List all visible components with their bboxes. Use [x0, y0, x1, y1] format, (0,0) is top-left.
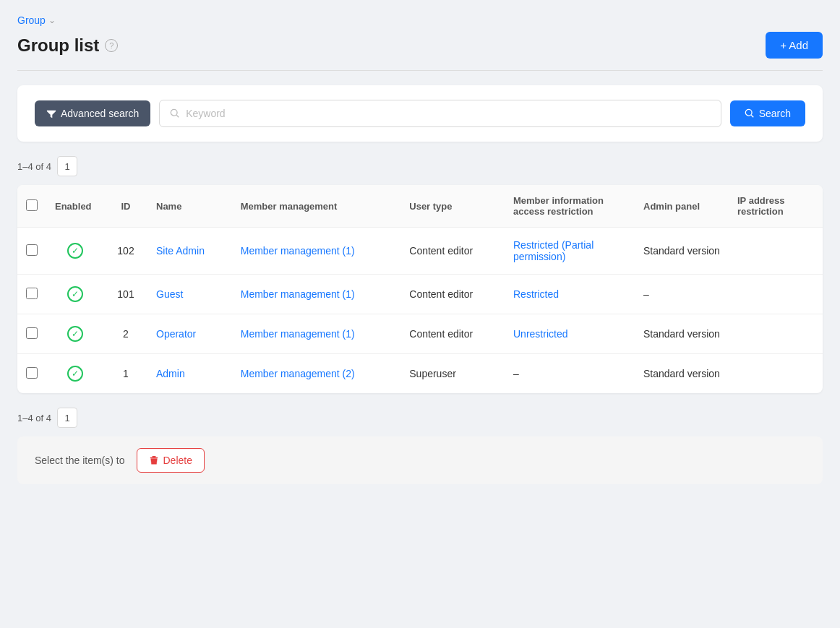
pagination-bottom: 1–4 of 4 1: [17, 408, 823, 428]
row-checkbox[interactable]: [26, 244, 38, 256]
admin-panel-cell: –: [635, 275, 729, 314]
access-restriction-link[interactable]: Unrestricted: [513, 328, 567, 340]
member-management-link[interactable]: Member management (1): [241, 245, 355, 257]
filter-icon: [46, 108, 56, 119]
ip-restriction-cell: [729, 228, 823, 275]
admin-panel-cell: Standard version: [635, 314, 729, 354]
bottom-action-panel: Select the item(s) to Delete: [17, 436, 823, 484]
header-divider: [17, 70, 823, 71]
id-cell: 1: [104, 354, 147, 394]
access-restriction-cell: –: [505, 354, 635, 394]
svg-rect-4: [152, 456, 155, 457]
enabled-cell: ✓: [46, 314, 104, 354]
name-link[interactable]: Site Admin: [156, 245, 205, 257]
member-management-link[interactable]: Member management (2): [241, 368, 355, 379]
ip-restriction-cell: [729, 354, 823, 394]
search-icon: [745, 108, 755, 119]
advanced-search-button[interactable]: Advanced search: [35, 100, 150, 126]
table-row: ✓1AdminMember management (2)Superuser–St…: [17, 354, 823, 394]
header-id: ID: [104, 185, 147, 228]
search-icon-small: [170, 108, 180, 119]
user-type-cell: Content editor: [400, 314, 505, 354]
header-member-management: Member management: [232, 185, 401, 228]
search-panel: Advanced search Search: [17, 85, 823, 142]
check-icon: ✓: [67, 286, 83, 302]
name-cell[interactable]: Guest: [147, 275, 232, 314]
header-enabled: Enabled: [46, 185, 104, 228]
header-ip-restriction: IP address restriction: [729, 185, 823, 228]
help-icon[interactable]: ?: [105, 39, 118, 52]
header-admin-panel: Admin panel: [635, 185, 729, 228]
header-name: Name: [147, 185, 232, 228]
member-management-cell[interactable]: Member management (1): [232, 275, 401, 314]
ip-restriction-cell: [729, 275, 823, 314]
header-checkbox-col: [17, 185, 46, 228]
breadcrumb-chevron-icon: ⌄: [48, 15, 56, 25]
access-restriction-cell[interactable]: Restricted: [505, 275, 635, 314]
table-row: ✓2OperatorMember management (1)Content e…: [17, 314, 823, 354]
access-restriction-link[interactable]: Restricted: [513, 288, 559, 300]
search-button[interactable]: Search: [730, 100, 805, 126]
name-cell[interactable]: Operator: [147, 314, 232, 354]
member-management-link[interactable]: Member management (1): [241, 288, 355, 300]
table-row: ✓102Site AdminMember management (1)Conte…: [17, 228, 823, 275]
check-icon: ✓: [67, 326, 83, 342]
data-table: Enabled ID Name Member management User t…: [17, 185, 823, 393]
access-restriction-cell[interactable]: Restricted (Partial permission): [505, 228, 635, 275]
member-management-link[interactable]: Member management (1): [241, 328, 355, 340]
page-number-box[interactable]: 1: [57, 156, 77, 176]
access-restriction-link[interactable]: Restricted (Partial permission): [513, 239, 593, 262]
table-header-row: Enabled ID Name Member management User t…: [17, 185, 823, 228]
select-label: Select the item(s) to: [35, 455, 125, 466]
member-management-cell[interactable]: Member management (2): [232, 354, 401, 394]
admin-panel-cell: Standard version: [635, 354, 729, 394]
svg-rect-5: [150, 457, 158, 458]
row-checkbox[interactable]: [26, 288, 38, 299]
ip-restriction-cell: [729, 314, 823, 354]
name-link[interactable]: Operator: [156, 328, 196, 340]
check-icon: ✓: [67, 243, 83, 259]
group-table: Enabled ID Name Member management User t…: [17, 185, 823, 393]
trash-icon: [149, 455, 159, 465]
pagination-top: 1–4 of 4 1: [17, 156, 823, 176]
add-button[interactable]: + Add: [766, 32, 823, 59]
delete-button[interactable]: Delete: [137, 448, 205, 473]
name-link[interactable]: Guest: [156, 288, 183, 300]
page-title: Group list: [17, 35, 99, 56]
pagination-info-text: 1–4 of 4: [17, 161, 51, 172]
admin-panel-cell: Standard version: [635, 228, 729, 275]
check-icon: ✓: [67, 366, 83, 382]
access-restriction-cell[interactable]: Unrestricted: [505, 314, 635, 354]
breadcrumb: Group ⌄: [17, 14, 823, 26]
keyword-field[interactable]: [186, 108, 710, 119]
page-header: Group list ? + Add: [17, 32, 823, 59]
enabled-cell: ✓: [46, 228, 104, 275]
pagination-bottom-text: 1–4 of 4: [17, 413, 51, 423]
row-checkbox[interactable]: [26, 327, 38, 339]
name-cell[interactable]: Admin: [147, 354, 232, 394]
name-link[interactable]: Admin: [156, 368, 185, 379]
svg-line-3: [751, 115, 753, 117]
page-number-box-bottom[interactable]: 1: [57, 408, 77, 428]
id-cell: 102: [104, 228, 147, 275]
enabled-cell: ✓: [46, 354, 104, 394]
name-cell[interactable]: Site Admin: [147, 228, 232, 275]
id-cell: 2: [104, 314, 147, 354]
member-management-cell[interactable]: Member management (1): [232, 314, 401, 354]
svg-point-2: [745, 109, 752, 116]
user-type-cell: Content editor: [400, 275, 505, 314]
svg-point-0: [171, 109, 178, 116]
breadcrumb-group-link[interactable]: Group: [17, 14, 46, 26]
id-cell: 101: [104, 275, 147, 314]
user-type-cell: Superuser: [400, 354, 505, 394]
table-row: ✓101GuestMember management (1)Content ed…: [17, 275, 823, 314]
select-all-checkbox[interactable]: [26, 199, 38, 211]
row-checkbox[interactable]: [26, 367, 38, 379]
header-user-type: User type: [400, 185, 505, 228]
enabled-cell: ✓: [46, 275, 104, 314]
svg-line-1: [176, 115, 179, 117]
table-body: ✓102Site AdminMember management (1)Conte…: [17, 228, 823, 394]
keyword-input-wrapper[interactable]: [159, 100, 721, 127]
header-access-restriction: Member information access restriction: [505, 185, 635, 228]
member-management-cell[interactable]: Member management (1): [232, 228, 401, 275]
